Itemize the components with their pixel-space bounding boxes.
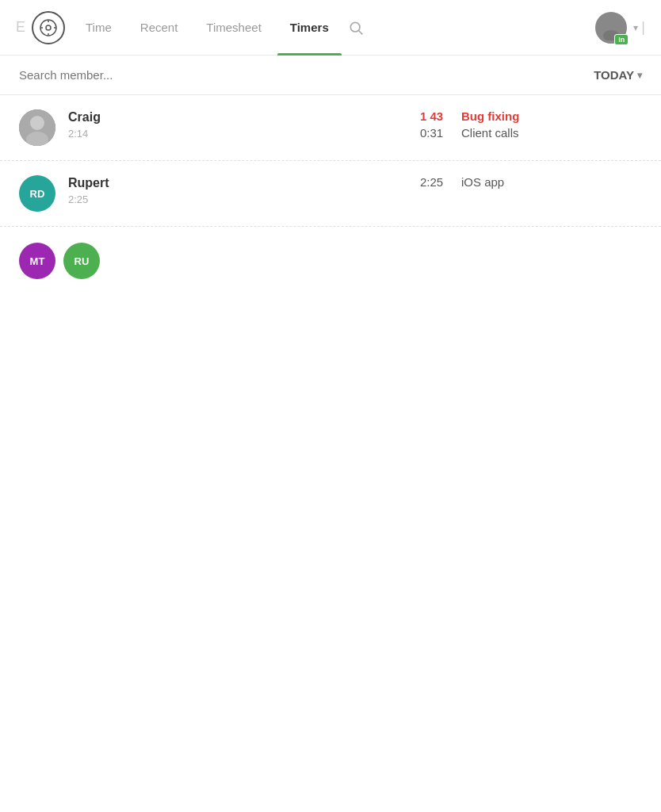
rupert-avatar-initials: RD — [30, 188, 45, 200]
nav-tabs: Time Recent Timesheet Timers — [73, 0, 595, 56]
craig-timer-1: 1 43 Bug fixing — [420, 109, 642, 123]
rupert-timer-1: 2:25 iOS app — [420, 175, 642, 189]
offline-avatar-mt-initials: MT — [30, 255, 45, 267]
member-row: RD Rupert 2:25 2:25 iOS app — [0, 161, 661, 227]
rupert-name: Rupert — [68, 175, 420, 192]
tab-timers[interactable]: Timers — [277, 0, 342, 56]
craig-timers: 1 43 Bug fixing 0:31 Client calls — [420, 109, 642, 143]
nav-bar: E Time Recent Timesheet Timers — [0, 0, 661, 56]
tab-time[interactable]: Time — [73, 0, 124, 56]
rupert-total-time: 2:25 — [68, 193, 420, 205]
app-container: E Time Recent Timesheet Timers — [0, 0, 661, 812]
craig-total-time: 2:14 — [68, 128, 420, 140]
craig-avatar — [19, 109, 55, 146]
status-badge: In — [614, 34, 629, 45]
search-input[interactable] — [19, 68, 257, 82]
craig-info: Craig 2:14 — [68, 109, 420, 140]
chevron-down-icon[interactable]: ▾ — [633, 22, 638, 33]
rupert-timers: 2:25 iOS app — [420, 175, 642, 192]
nav-edge-left: E — [16, 19, 25, 36]
offline-avatar-ru[interactable]: RU — [63, 243, 100, 279]
today-filter[interactable]: TODAY ▾ — [594, 68, 642, 82]
tab-recent[interactable]: Recent — [128, 0, 191, 56]
members-list: Craig 2:14 1 43 Bug fixing 0:31 Client c… — [0, 95, 661, 812]
rupert-info: Rupert 2:25 — [68, 175, 420, 205]
craig-timer-1-time: 1 43 — [420, 109, 452, 123]
svg-point-1 — [46, 25, 51, 30]
svg-point-8 — [606, 19, 616, 29]
svg-point-11 — [30, 116, 44, 130]
svg-point-6 — [350, 22, 360, 32]
search-bar: TODAY ▾ — [0, 56, 661, 95]
today-filter-chevron: ▾ — [637, 70, 642, 81]
rupert-timer-1-label: iOS app — [461, 175, 504, 189]
rupert-avatar: RD — [19, 175, 55, 212]
nav-right: In ▾ — [595, 12, 638, 44]
tab-timesheet[interactable]: Timesheet — [193, 0, 273, 56]
craig-timer-2: 0:31 Client calls — [420, 126, 642, 140]
nav-edge-right: | — [641, 19, 645, 36]
craig-timer-2-label: Client calls — [461, 126, 519, 140]
craig-timer-1-label: Bug fixing — [461, 109, 519, 123]
craig-timer-2-time: 0:31 — [420, 126, 452, 140]
member-row: Craig 2:14 1 43 Bug fixing 0:31 Client c… — [0, 95, 661, 161]
user-avatar-container[interactable]: In — [595, 12, 627, 44]
craig-name: Craig — [68, 109, 420, 126]
search-icon[interactable] — [348, 20, 364, 36]
nav-logo[interactable] — [32, 11, 65, 44]
offline-section: MT RU — [0, 227, 661, 295]
svg-line-7 — [358, 30, 362, 34]
offline-avatar-ru-initials: RU — [75, 255, 90, 267]
offline-avatar-mt[interactable]: MT — [19, 243, 55, 279]
rupert-timer-1-time: 2:25 — [420, 175, 452, 189]
today-filter-label: TODAY — [594, 68, 634, 82]
